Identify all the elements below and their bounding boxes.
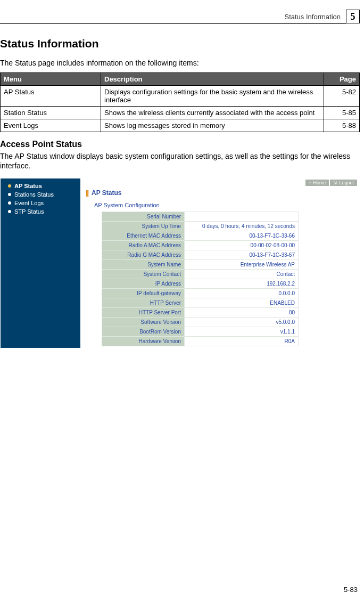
chapter-number-box: 5 (346, 10, 360, 23)
cell-menu: AP Status (1, 86, 101, 107)
config-label: System Contact (102, 270, 185, 279)
config-row: Software Versionv5.0.0.0 (102, 318, 299, 327)
config-label: Software Version (102, 318, 185, 327)
table-row: AP StatusDisplays configuration settings… (1, 86, 360, 107)
cell-desc: Shows the wireless clients currently ass… (101, 107, 324, 119)
config-row: BootRom Versionv1.1.1 (102, 327, 299, 337)
subsection-intro: The AP Status window displays basic syst… (0, 151, 360, 170)
content-panel: ⌂ Home ⇲ Logout ||| AP Status AP System … (80, 178, 359, 348)
sidebar-item[interactable]: Event Logs (1, 199, 80, 207)
header-section: Status Information (285, 13, 341, 21)
config-value: 80 (184, 308, 298, 318)
bullet-icon (8, 184, 11, 188)
config-value: 00-13-F7-1C-33-66 (184, 231, 298, 241)
cell-menu: Event Logs (1, 119, 101, 132)
home-button[interactable]: ⌂ Home (305, 180, 329, 186)
config-row: System ContactContact (102, 270, 299, 279)
intro-text: The Status page includes information on … (0, 59, 360, 67)
config-value: 00-13-F7-1C-33-67 (184, 250, 298, 260)
config-value: R0A (184, 337, 298, 346)
config-row: Ethernet MAC Address00-13-F7-1C-33-66 (102, 231, 299, 241)
config-row: IP default-gateway0.0.0.0 (102, 289, 299, 298)
config-row: HTTP ServerENABLED (102, 298, 299, 308)
sidebar-item[interactable]: AP Status (1, 182, 80, 190)
menu-table: Menu Description Page AP StatusDisplays … (0, 72, 360, 132)
config-value: 192.168.2.2 (184, 279, 298, 289)
cell-desc: Displays configuration settings for the … (101, 86, 324, 107)
config-row: System NameEnterprise Wireless AP (102, 260, 299, 270)
config-label: Hardware Version (102, 337, 185, 346)
bullet-icon (8, 193, 11, 196)
panel-marker-icon: ||| (86, 189, 88, 197)
cell-page: 5-88 (324, 119, 360, 132)
config-value: 0 days, 0 hours, 4 minutes, 12 seconds (184, 222, 298, 231)
page-title: Status Information (0, 37, 360, 50)
sidebar-item-label: STP Status (14, 208, 44, 215)
sidebar-item-label: Event Logs (14, 200, 44, 206)
sidebar-item-label: Stations Status (14, 191, 54, 198)
section-title: AP System Configuration (80, 201, 359, 212)
table-row: Event LogsShows log messages stored in m… (1, 119, 360, 132)
logout-label: Logout (339, 180, 354, 185)
cell-desc: Shows log messages stored in memory (101, 119, 324, 132)
config-label: System Name (102, 260, 185, 270)
th-menu: Menu (1, 73, 101, 86)
config-value: 0.0.0.0 (184, 289, 298, 298)
subsection-title: Access Point Status (0, 140, 360, 149)
config-label: Radio A MAC Address (102, 241, 185, 250)
home-label: Home (313, 180, 326, 185)
bullet-icon (8, 210, 11, 213)
sidebar-item-label: AP Status (14, 183, 42, 189)
config-label: System Up Time (102, 222, 185, 231)
config-label: HTTP Server Port (102, 308, 185, 318)
config-label: Radio G MAC Address (102, 250, 185, 260)
config-label: Serial Number (102, 212, 185, 222)
config-label: HTTP Server (102, 298, 185, 308)
panel-title: ||| AP Status (80, 187, 359, 201)
config-value: 00-00-02-08-00-00 (184, 241, 298, 250)
logout-icon: ⇲ (333, 180, 337, 185)
bullet-icon (8, 201, 11, 205)
config-value: Contact (184, 270, 298, 279)
config-label: IP Address (102, 279, 185, 289)
config-row: Hardware VersionR0A (102, 337, 299, 346)
config-row: Serial Number (102, 212, 299, 222)
header-divider (0, 23, 346, 24)
sidebar-item[interactable]: STP Status (1, 207, 80, 216)
config-label: Ethernet MAC Address (102, 231, 185, 241)
config-table: Serial NumberSystem Up Time0 days, 0 hou… (102, 212, 299, 346)
cell-page: 5-85 (324, 107, 360, 119)
config-row: HTTP Server Port80 (102, 308, 299, 318)
home-icon: ⌂ (309, 180, 311, 185)
cell-page: 5-82 (324, 86, 360, 107)
config-row: Radio G MAC Address00-13-F7-1C-33-67 (102, 250, 299, 260)
config-value (184, 212, 298, 222)
page-number: 5-83 (344, 586, 358, 594)
th-page: Page (324, 73, 360, 86)
config-value: ENABLED (184, 298, 298, 308)
screenshot-panel: AP StatusStations StatusEvent LogsSTP St… (0, 178, 360, 348)
cell-menu: Station Status (1, 107, 101, 119)
sidebar-item[interactable]: Stations Status (1, 190, 80, 199)
config-row: Radio A MAC Address00-00-02-08-00-00 (102, 241, 299, 250)
config-label: IP default-gateway (102, 289, 185, 298)
config-value: v1.1.1 (184, 327, 298, 337)
config-value: Enterprise Wireless AP (184, 260, 298, 270)
logout-button[interactable]: ⇲ Logout (330, 180, 357, 186)
sidebar: AP StatusStations StatusEvent LogsSTP St… (1, 178, 80, 348)
config-row: IP Address192.168.2.2 (102, 279, 299, 289)
panel-title-text: AP Status (92, 189, 121, 197)
config-label: BootRom Version (102, 327, 185, 337)
config-row: System Up Time0 days, 0 hours, 4 minutes… (102, 222, 299, 231)
config-value: v5.0.0.0 (184, 318, 298, 327)
th-desc: Description (101, 73, 324, 86)
table-row: Station StatusShows the wireless clients… (1, 107, 360, 119)
